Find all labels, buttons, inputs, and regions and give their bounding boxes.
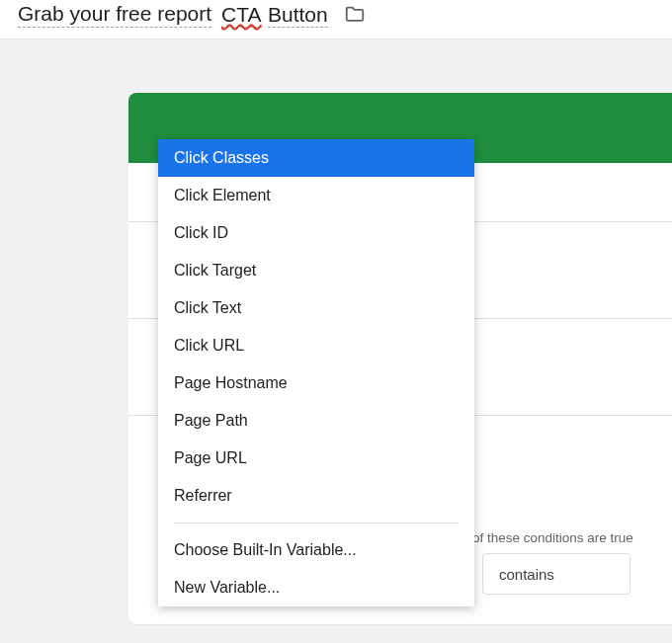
dropdown-divider [174, 522, 459, 523]
title-text-prefix[interactable]: Grab your free report [18, 2, 211, 28]
title-text-red[interactable]: CTA [221, 3, 261, 28]
dropdown-item-page-url[interactable]: Page URL [158, 440, 474, 477]
condition-operator-select[interactable]: contains [482, 553, 630, 595]
dropdown-item-page-hostname[interactable]: Page Hostname [158, 364, 474, 402]
title-text-suffix[interactable]: Button [268, 3, 328, 28]
condition-operator-label: contains [499, 566, 554, 583]
dropdown-item-click-text[interactable]: Click Text [158, 289, 474, 327]
dropdown-item-click-url[interactable]: Click URL [158, 327, 474, 364]
dropdown-item-new-variable[interactable]: New Variable... [158, 569, 474, 606]
folder-icon[interactable] [344, 0, 366, 29]
dropdown-item-click-id[interactable]: Click ID [158, 214, 474, 252]
dropdown-item-click-element[interactable]: Click Element [158, 177, 474, 214]
variable-dropdown: Click Classes Click Element Click ID Cli… [158, 139, 474, 606]
title-bar: Grab your free report CTA Button [0, 0, 672, 40]
content-area: of these conditions are true Click Class… [0, 40, 672, 643]
dropdown-item-page-path[interactable]: Page Path [158, 402, 474, 440]
dropdown-item-referrer[interactable]: Referrer [158, 477, 474, 515]
dropdown-item-choose-builtin[interactable]: Choose Built-In Variable... [158, 531, 474, 569]
dropdown-item-click-target[interactable]: Click Target [158, 252, 474, 289]
dropdown-item-click-classes[interactable]: Click Classes [158, 139, 474, 177]
